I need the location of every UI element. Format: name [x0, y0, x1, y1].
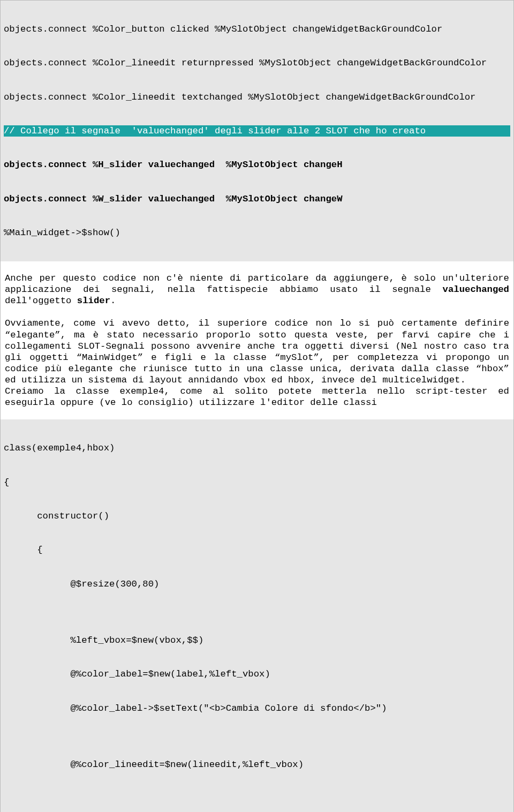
spacer — [1, 306, 513, 318]
code-line: @%color_label->$setText("<b>Cambia Color… — [4, 703, 510, 714]
top-code-block: objects.connect %Color_button clicked %M… — [1, 1, 513, 261]
bold-term-valuechanged: valuechanged — [443, 284, 509, 295]
code-line: { — [4, 477, 510, 488]
code-line: { — [4, 544, 510, 555]
prose-paragraph-2: Ovviamente, come vi avevo detto, il supe… — [1, 318, 513, 386]
prose-paragraph-3: Creiamo la classe exemple4, come al soli… — [1, 386, 513, 408]
highlighted-comment: // Collego il segnale 'valuechanged' deg… — [4, 125, 510, 137]
code-line-bold: objects.connect %W_slider valuechanged %… — [4, 193, 510, 205]
spacer — [1, 408, 513, 419]
bottom-code-block: class(exemple4,hbox) { constructor() { @… — [1, 419, 513, 812]
spacer — [1, 261, 513, 273]
code-line: objects.connect %Color_button clicked %M… — [4, 24, 510, 35]
document-page: objects.connect %Color_button clicked %M… — [0, 0, 514, 812]
bold-term-slider: slider — [77, 296, 110, 306]
code-line: @%color_label=$new(label,%left_vbox) — [4, 668, 510, 680]
text: . — [110, 296, 116, 306]
code-line: objects.connect %Color_lineedit textchan… — [4, 92, 510, 103]
code-line: class(exemple4,hbox) — [4, 442, 510, 454]
code-line: objects.connect %Color_lineedit returnpr… — [4, 57, 510, 69]
code-line: @%color_lineedit=$new(lineedit,%left_vbo… — [4, 759, 510, 770]
code-line: %Main_widget->$show() — [4, 227, 510, 238]
code-line: %left_vbox=$new(vbox,$$) — [4, 635, 510, 646]
code-line: @$resize(300,80) — [4, 578, 510, 590]
code-line: constructor() — [4, 510, 510, 522]
prose-paragraph-1: Anche per questo codice non c'è niente d… — [1, 273, 513, 306]
code-line-bold: objects.connect %H_slider valuechanged %… — [4, 159, 510, 170]
text: Anche per questo codice non c'è niente d… — [5, 273, 514, 295]
